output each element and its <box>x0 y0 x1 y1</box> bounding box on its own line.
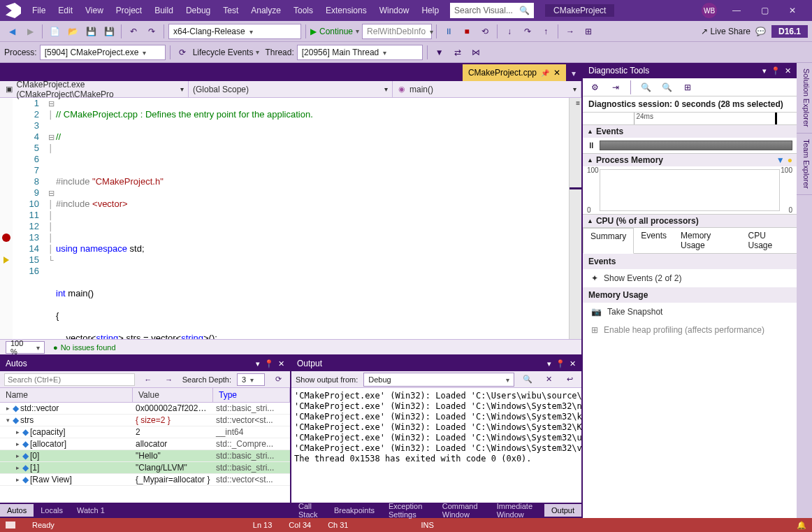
autos-title-bar[interactable]: Autos ▾ 📍 ✕ <box>0 356 290 371</box>
maximize-button[interactable]: ▢ <box>751 0 778 21</box>
nav-scope-dropdown[interactable]: (Global Scope) ▾ <box>189 81 393 97</box>
menu-file[interactable]: File <box>27 3 51 18</box>
tab-locals[interactable]: Locals <box>34 504 70 517</box>
refresh-icon[interactable]: ⟳ <box>270 372 286 387</box>
menu-project[interactable]: Project <box>110 3 147 18</box>
table-row[interactable]: ▾◆ strs{ size=2 }std::vector<st... <box>0 415 290 426</box>
forward-icon[interactable]: ▶ <box>22 24 38 39</box>
sidetab-solution-explorer[interactable]: Solution Explorer <box>797 63 812 134</box>
step-over-icon[interactable]: ↷ <box>520 24 535 39</box>
step-into-icon[interactable]: ↓ <box>502 24 517 39</box>
find-icon[interactable]: 🔍 <box>520 372 535 387</box>
diag-events-header[interactable]: ▲Events <box>583 125 797 138</box>
editor-gutter[interactable] <box>0 98 13 339</box>
stop-icon[interactable]: ■ <box>459 24 474 39</box>
events-track[interactable] <box>600 141 792 150</box>
autos-search-input[interactable] <box>4 373 135 386</box>
thread-dropdown[interactable]: [20956] Main Thread <box>297 45 423 60</box>
diag-title-bar[interactable]: Diagnostic Tools ▾ 📍 ✕ <box>583 63 797 78</box>
expand-icon[interactable]: ▸ <box>14 476 21 483</box>
restart-icon[interactable]: ⟲ <box>477 24 493 39</box>
menu-window[interactable]: Window <box>374 3 415 18</box>
split-icon[interactable]: ≡ <box>576 99 580 107</box>
expand-icon[interactable]: ▾ <box>4 417 11 424</box>
diag-memory-header[interactable]: ▲Process Memory ▼ ● <box>583 154 797 166</box>
expand-icon[interactable]: ▸ <box>4 405 11 412</box>
tab-breakpoints[interactable]: Breakpoints <box>327 504 382 517</box>
tab-immediate-window[interactable]: Immediate Window <box>490 500 544 521</box>
zoom-in-icon[interactable]: 🔍 <box>638 80 653 95</box>
menu-view[interactable]: View <box>80 3 109 18</box>
dropdown-icon[interactable]: ▾ <box>762 66 767 76</box>
nav-member-dropdown[interactable]: ◉ main() ▾ <box>393 81 581 97</box>
stack-frame-icon[interactable]: ⇄ <box>450 45 465 60</box>
reset-zoom-icon[interactable]: ⊞ <box>680 80 695 95</box>
redo-icon[interactable]: ↷ <box>144 24 159 39</box>
pin-icon[interactable]: 📍 <box>264 359 274 368</box>
memory-graph[interactable] <box>600 169 780 211</box>
menu-debug[interactable]: Debug <box>180 3 216 18</box>
pause-events-icon[interactable]: ⏸ <box>587 141 595 150</box>
tab-overflow-icon[interactable]: ▾ <box>566 66 581 81</box>
search-depth-dropdown[interactable]: 3 <box>237 373 265 386</box>
tab-output[interactable]: Output <box>544 504 581 517</box>
tab-autos[interactable]: Autos <box>0 504 34 517</box>
table-row[interactable]: ▸◆ [Raw View]{_Mypair=allocator }std::ve… <box>0 474 290 486</box>
close-tab-icon[interactable]: ✕ <box>553 68 560 78</box>
diag-tab-summary[interactable]: Summary <box>583 228 634 254</box>
table-row[interactable]: ▸◆ std::vector0x000002a7f2024a80 "Clang/… <box>0 403 290 415</box>
lifecycle-icon[interactable]: ⟳ <box>175 45 190 60</box>
no-issues-indicator[interactable]: ● No issues found <box>53 343 116 352</box>
minimize-button[interactable]: — <box>723 0 751 21</box>
diag-cpu-header[interactable]: ▲CPU (% of all processors) <box>583 215 797 227</box>
clear-icon[interactable]: ✕ <box>541 372 556 387</box>
process-dropdown[interactable]: [5904] CMakeProject.exe <box>40 45 166 60</box>
output-source-dropdown[interactable]: Debug <box>363 373 514 387</box>
save-icon[interactable]: 💾 <box>83 24 99 39</box>
close-panel-icon[interactable]: ✕ <box>278 359 284 368</box>
tab-watch-1[interactable]: Watch 1 <box>70 504 112 517</box>
menu-edit[interactable]: Edit <box>52 3 78 18</box>
expand-icon[interactable]: ▸ <box>14 452 21 459</box>
timeline-cursor[interactable] <box>775 113 777 124</box>
close-panel-icon[interactable]: ✕ <box>570 359 576 368</box>
back-icon[interactable]: ◀ <box>4 24 20 39</box>
code-editor[interactable]: 12345678910111213141516 ⊟│ ⊟│ ⊟│││││└ //… <box>0 98 581 339</box>
output-text[interactable]: 'CMakeProject.exe' (Win32): Loaded 'C:\U… <box>291 388 581 503</box>
save-all-icon[interactable]: 💾 <box>101 24 117 39</box>
settings-icon[interactable]: ⚙ <box>587 80 602 95</box>
open-icon[interactable]: 📂 <box>65 24 80 39</box>
user-avatar[interactable]: WB <box>702 3 717 18</box>
autos-table[interactable]: Name Value Type ▸◆ std::vector0x000002a7… <box>0 388 290 503</box>
fold-column[interactable]: ⊟│ ⊟│ ⊟│││││└ <box>46 98 56 339</box>
pause-icon[interactable]: ⏸ <box>441 24 456 39</box>
diag-tab-memory-usage[interactable]: Memory Usage <box>674 228 741 253</box>
undo-icon[interactable]: ↶ <box>126 24 141 39</box>
heap-profiling-link[interactable]: ⊞ Enable heap profiling (affects perform… <box>583 321 797 339</box>
search-next-icon[interactable]: → <box>161 372 177 387</box>
diag-tab-cpu-usage[interactable]: CPU Usage <box>741 228 797 253</box>
expand-icon[interactable]: ▸ <box>14 464 21 471</box>
new-project-icon[interactable]: 📄 <box>47 24 62 39</box>
breakpoint-icon[interactable] <box>2 233 10 242</box>
sidetab-team-explorer[interactable]: Team Explorer <box>797 134 812 195</box>
diag-tab-events[interactable]: Events <box>634 228 674 253</box>
nav-project-dropdown[interactable]: ▣ CMakeProject.exe (CMakeProject\CMakePr… <box>0 81 189 97</box>
editor-scrollbar[interactable]: ≡ <box>569 98 581 339</box>
menu-extensions[interactable]: Extensions <box>320 3 372 18</box>
output-title-bar[interactable]: Output ▾ 📍 ✕ <box>291 356 581 371</box>
live-share-button[interactable]: ↗ Live Share <box>701 27 751 36</box>
show-events-link[interactable]: ✦ Show Events (2 of 2) <box>583 269 797 287</box>
zoom-out-icon[interactable]: 🔍 <box>659 80 674 95</box>
code-content[interactable]: // CMakeProject.cpp : Defines the entry … <box>56 98 569 339</box>
tab-command-window[interactable]: Command Window <box>435 500 490 521</box>
step-out-icon[interactable]: ↑ <box>538 24 553 39</box>
menu-tools[interactable]: Tools <box>288 3 319 18</box>
table-row[interactable]: ▸◆ [allocator]allocatorstd::_Compre... <box>0 438 290 450</box>
show-next-statement-icon[interactable]: → <box>563 24 578 39</box>
pin-icon[interactable]: 📍 <box>556 359 565 368</box>
search-prev-icon[interactable]: ← <box>140 372 156 387</box>
take-snapshot-link[interactable]: 📷 Take Snapshot <box>583 303 797 321</box>
continue-button[interactable]: ▶ Continue ▾ <box>310 27 359 36</box>
menu-test[interactable]: Test <box>217 3 244 18</box>
